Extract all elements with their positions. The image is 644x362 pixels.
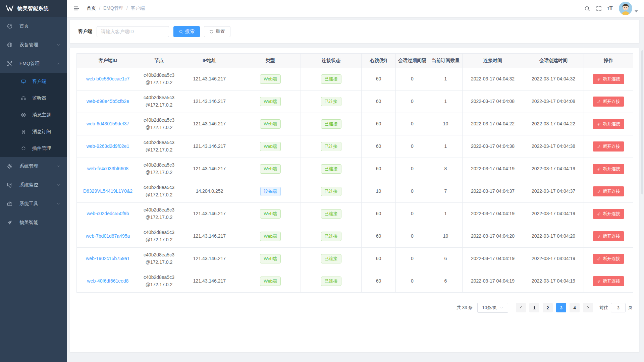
sidebar-item-label: 监听器 [32,95,46,101]
sidebar-item-topics[interactable]: 消息主题 [0,107,67,123]
monitor-chart-icon [7,182,13,188]
node-line1: c40b2d8ea5c3 [139,117,179,124]
client-id-link[interactable]: web-9263d2d9f02e1 [87,143,129,149]
page-scrollbar[interactable] [641,50,643,194]
subscriptions-cell: 6 [429,248,463,270]
client-id-link[interactable]: D6329VL54419L1Y0&2 [83,188,132,194]
dashboard-icon [7,23,13,29]
client-id-input[interactable] [97,26,169,37]
ip-cell: 121.43.146.217 [179,270,240,293]
disconnect-button[interactable]: 断开连接 [593,119,624,129]
node-line2: @172.17.0.2 [139,169,179,176]
chevron-down-icon [56,183,60,187]
sidebar-item-home[interactable]: 首页 [0,17,67,36]
disconnect-button[interactable]: 断开连接 [593,276,624,286]
node-line1: c40b2d8ea5c3 [139,72,179,79]
table-row: D6329VL54419L1Y0&2 c40b2d8ea5c3@172.17.0… [77,180,633,203]
monitor-icon [21,79,26,84]
user-menu[interactable] [619,2,638,15]
emq-submenu: 客户端 监听器 消息主题 消息订阅 插件管理 [0,73,67,157]
font-size-icon[interactable]: TT [605,3,616,14]
page-size-select[interactable]: 10条/页 [477,303,508,313]
breadcrumb-home[interactable]: 首页 [87,5,96,11]
disconnect-button[interactable]: 断开连接 [593,254,624,264]
sidebar-item-emq-mgmt[interactable]: EMQ管理 [0,54,67,73]
col-header-node: 节点 [139,54,179,68]
page-size-value: 10条/页 [482,305,497,311]
disconnect-button[interactable]: 断开连接 [593,97,624,107]
client-id-link[interactable]: web-6d430159def37 [87,121,129,126]
client-id-link[interactable]: web-d98e45b5cfb2e [87,99,129,104]
node-line1: c40b2d8ea5c3 [139,162,179,169]
disconnect-button[interactable]: 断开连接 [593,141,624,152]
created-at-cell: 2022-03-17 04:04:19 [523,203,584,225]
expiry-cell: 0 [396,270,429,293]
breadcrumb-current: 客户端 [131,5,145,11]
sidebar-item-system-tools[interactable]: 系统工具 [0,194,67,213]
drone-icon [7,61,13,67]
disconnect-button[interactable]: 断开连接 [593,74,624,84]
disconnect-button[interactable]: 断开连接 [593,186,624,196]
client-id-link[interactable]: web-40f6df661eed8 [87,278,129,284]
sidebar-item-plugins[interactable]: 插件管理 [0,140,67,157]
sidebar-item-system-monitor[interactable]: 系统监控 [0,176,67,194]
node-cell: c40b2d8ea5c3@172.17.0.2 [139,180,179,203]
heartbeat-cell: 60 [362,68,396,90]
status-tag: 已连接 [321,209,341,219]
created-at-cell: 2022-03-17 04:04:08 [523,90,584,113]
avatar [619,2,632,15]
sidebar-collapse-icon[interactable] [72,4,81,13]
expiry-cell: 0 [396,90,429,113]
subscriptions-cell: 1 [429,90,463,113]
next-page-button[interactable] [583,303,593,312]
table-row: web-d98e45b5cfb2e c40b2d8ea5c3@172.17.0.… [77,90,633,113]
sidebar-item-label: 首页 [19,23,29,29]
col-header-ip: IP地址 [179,54,240,68]
sidebar-item-label: 插件管理 [32,145,51,152]
status-tag: 已连接 [321,119,341,129]
goto-page-input[interactable] [611,303,626,312]
client-id-link[interactable]: web-fe4c033bf6608 [87,166,128,171]
heartbeat-cell: 60 [362,270,396,293]
created-at-cell: 2022-03-17 04:04:38 [523,135,584,158]
node-cell: c40b2d8ea5c3@172.17.0.2 [139,90,179,113]
page-button-4[interactable]: 4 [570,303,580,312]
logo-bar[interactable]: 物美智能系统 [0,0,67,17]
status-tag: 已连接 [321,232,341,241]
app-logo-icon [5,4,14,13]
disconnect-button[interactable]: 断开连接 [593,164,624,174]
chevron-down-icon [56,164,60,168]
status-tag: 已连接 [321,187,341,196]
search-icon[interactable] [581,3,593,14]
sidebar-item-listeners[interactable]: 监听器 [0,90,67,107]
client-id-link[interactable]: web-1902c15b759a1 [86,256,130,261]
sidebar: 物美智能系统 首页 设备管理 EMQ管理 客户端 监听器 [0,0,67,362]
fullscreen-icon[interactable] [593,3,605,14]
disconnect-button[interactable]: 断开连接 [593,231,624,241]
sidebar-item-wumei-smart[interactable]: 物美智能 [0,213,67,232]
page-button-2[interactable]: 2 [543,303,553,312]
prev-page-button[interactable] [516,303,526,312]
heartbeat-cell: 60 [362,158,396,180]
goto-unit: 页 [628,305,633,311]
reset-button[interactable]: 重置 [204,26,230,37]
node-cell: c40b2d8ea5c3@172.17.0.2 [139,225,179,248]
heartbeat-cell: 60 [362,248,396,270]
breadcrumb-emq[interactable]: EMQ管理 [103,5,123,11]
client-id-link[interactable]: web-b0c580ecae1c7 [86,76,129,81]
search-button[interactable]: 搜索 [173,26,200,37]
sidebar-item-system-mgmt[interactable]: 系统管理 [0,157,67,176]
table-row: web-7bd01d87a495a c40b2d8ea5c3@172.17.0.… [77,225,633,248]
created-at-cell: 2022-03-17 04:04:20 [523,225,584,248]
page-button-1[interactable]: 1 [529,303,539,312]
sidebar-item-device-mgmt[interactable]: 设备管理 [0,36,67,54]
disconnect-label: 断开连接 [603,233,620,239]
disconnect-button[interactable]: 断开连接 [593,209,624,219]
sidebar-item-subscriptions[interactable]: 消息订阅 [0,123,67,140]
sidebar-item-clients[interactable]: 客户端 [0,73,67,90]
chevron-down-icon [56,43,60,47]
client-id-link[interactable]: web-7bd01d87a495a [86,233,130,239]
page-button-3-active[interactable]: 3 [556,303,566,312]
client-id-link[interactable]: web-c02dedc550f9b [87,211,129,216]
col-header-actions: 操作 [584,54,633,68]
